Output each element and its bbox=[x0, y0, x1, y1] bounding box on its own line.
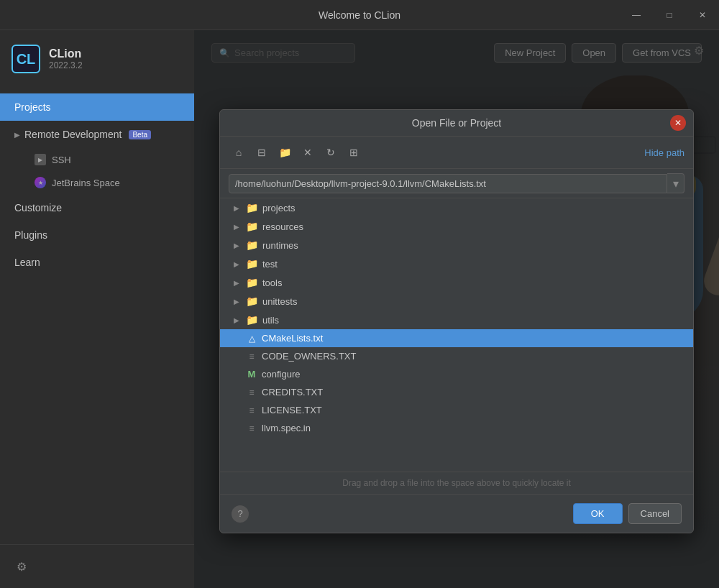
logo-text: CLion 2022.3.2 bbox=[49, 47, 83, 70]
logo-icon: CL bbox=[12, 45, 40, 73]
tree-item-label: runtimes bbox=[262, 240, 298, 251]
tree-item-test[interactable]: ▶ 📁 test bbox=[220, 254, 693, 273]
help-button[interactable]: ? bbox=[232, 505, 249, 523]
folder-icon: 📁 bbox=[246, 202, 258, 213]
tree-item-label: configure bbox=[262, 369, 300, 380]
cancel-button[interactable]: Cancel bbox=[628, 503, 682, 524]
expand-placeholder bbox=[232, 423, 242, 433]
tree-item-credits[interactable]: ≡ CREDITS.TXT bbox=[220, 383, 693, 401]
tree-item-llvm-spec[interactable]: ≡ llvm.spec.in bbox=[220, 419, 693, 437]
ok-button[interactable]: OK bbox=[573, 503, 623, 524]
file-icon: ≡ bbox=[246, 352, 257, 362]
main-area: 🔍 New Project Open Get from VCS ⚙ Open F… bbox=[194, 30, 719, 588]
tree-item-code-owners[interactable]: ≡ CODE_OWNERS.TXT bbox=[220, 347, 693, 365]
open-file-dialog: Open File or Project ✕ ⌂ ⊟ 📁 ✕ ↻ ⊞ Hide … bbox=[219, 109, 694, 533]
expand-placeholder bbox=[232, 405, 242, 415]
folder-icon: 📁 bbox=[246, 295, 258, 307]
folder-icon: 📁 bbox=[246, 239, 258, 251]
window-title: Welcome to CLion bbox=[319, 9, 400, 21]
tree-item-label: CREDITS.TXT bbox=[262, 387, 323, 398]
sidebar-nav: Projects ▶ Remote Development Beta ▶ SSH… bbox=[0, 88, 194, 544]
window-titlebar: Welcome to CLion — □ ✕ bbox=[0, 0, 719, 30]
footer-actions: OK Cancel bbox=[573, 503, 682, 524]
new-folder-button[interactable]: 📁 bbox=[275, 142, 295, 162]
dialog-toolbar: ⌂ ⊟ 📁 ✕ ↻ ⊞ Hide path bbox=[220, 137, 693, 169]
folder-icon: 📁 bbox=[246, 221, 258, 232]
tree-item-tools[interactable]: ▶ 📁 tools bbox=[220, 273, 693, 292]
tree-item-runtimes[interactable]: ▶ 📁 runtimes bbox=[220, 236, 693, 254]
folder-icon: 📁 bbox=[246, 277, 258, 288]
tree-item-label: resources bbox=[262, 221, 303, 232]
window-close-button[interactable]: ✕ bbox=[686, 0, 719, 30]
delete-button[interactable]: ✕ bbox=[298, 142, 318, 162]
hide-path-link[interactable]: Hide path bbox=[644, 147, 684, 158]
ssh-icon: ▶ bbox=[35, 154, 46, 165]
m-file-icon: M bbox=[246, 369, 257, 380]
maximize-button[interactable]: □ bbox=[653, 0, 686, 30]
file-icon: ≡ bbox=[246, 387, 257, 398]
tree-item-label: CMakeLists.txt bbox=[262, 333, 323, 344]
sidebar-item-projects[interactable]: Projects bbox=[0, 93, 194, 121]
tree-item-label: llvm.spec.in bbox=[262, 423, 311, 433]
dialog-overlay: Open File or Project ✕ ⌂ ⊟ 📁 ✕ ↻ ⊞ Hide … bbox=[194, 30, 719, 588]
sidebar-item-learn[interactable]: Learn bbox=[0, 249, 194, 276]
tree-item-label: unittests bbox=[262, 296, 297, 307]
file-icon: ≡ bbox=[246, 405, 257, 415]
file-icon: ≡ bbox=[246, 423, 257, 433]
expand-placeholder bbox=[232, 369, 242, 380]
tree-item-resources[interactable]: ▶ 📁 resources bbox=[220, 217, 693, 236]
dialog-footer: ? OK Cancel bbox=[220, 494, 693, 533]
expand-icon: ▶ bbox=[232, 315, 242, 325]
chevron-icon: ▶ bbox=[14, 131, 20, 139]
tree-item-label: CODE_OWNERS.TXT bbox=[262, 351, 356, 362]
sidebar-item-plugins[interactable]: Plugins bbox=[0, 221, 194, 249]
sidebar-item-remote-development[interactable]: ▶ Remote Development Beta bbox=[0, 121, 194, 148]
tree-item-utils[interactable]: ▶ 📁 utils bbox=[220, 311, 693, 329]
tree-item-projects[interactable]: ▶ 📁 projects bbox=[220, 198, 693, 217]
tree-item-label: utils bbox=[262, 315, 279, 326]
path-dropdown-button[interactable]: ▾ bbox=[667, 173, 684, 193]
jetbrains-icon: ★ bbox=[35, 177, 46, 188]
home-button[interactable]: ⌂ bbox=[229, 142, 249, 162]
expand-icon: ▶ bbox=[232, 277, 242, 288]
cmake-icon: △ bbox=[246, 334, 257, 344]
sidebar-item-customize[interactable]: Customize bbox=[0, 194, 194, 221]
expand-icon: ▶ bbox=[232, 240, 242, 250]
app-name: CLion bbox=[49, 47, 83, 60]
sidebar-settings-button[interactable]: ⚙ bbox=[12, 556, 32, 576]
file-tree[interactable]: ▶ 📁 projects ▶ 📁 resources ▶ 📁 runtimes … bbox=[220, 198, 693, 472]
tree-item-license[interactable]: ≡ LICENSE.TXT bbox=[220, 401, 693, 419]
path-bar: ▾ bbox=[220, 169, 693, 198]
minimize-button[interactable]: — bbox=[620, 0, 653, 30]
expand-placeholder bbox=[232, 334, 242, 344]
expand-icon: ▶ bbox=[232, 221, 242, 231]
path-input[interactable] bbox=[229, 174, 667, 193]
tree-item-unittests[interactable]: ▶ 📁 unittests bbox=[220, 292, 693, 311]
window-controls: — □ ✕ bbox=[620, 0, 719, 30]
expand-icon: ▶ bbox=[232, 259, 242, 269]
expand-placeholder bbox=[232, 387, 242, 398]
sidebar-item-ssh[interactable]: ▶ SSH bbox=[0, 148, 194, 171]
new-dir-button[interactable]: ⊞ bbox=[344, 142, 364, 162]
drag-hint: Drag and drop a file into the space abov… bbox=[220, 472, 693, 494]
expand-icon: ▶ bbox=[232, 203, 242, 213]
sidebar-item-jetbrains-space[interactable]: ★ JetBrains Space bbox=[0, 171, 194, 194]
sidebar: CL CLion 2022.3.2 Projects ▶ Remote Deve… bbox=[0, 30, 194, 588]
app-logo: CL CLion 2022.3.2 bbox=[0, 30, 194, 88]
tree-item-configure[interactable]: M configure bbox=[220, 365, 693, 383]
sidebar-bottom: ⚙ bbox=[0, 544, 194, 588]
tree-item-label: test bbox=[262, 259, 278, 270]
dialog-close-button[interactable]: ✕ bbox=[670, 115, 686, 131]
desktop-button[interactable]: ⊟ bbox=[252, 142, 272, 162]
beta-badge: Beta bbox=[129, 130, 151, 139]
tree-item-cmakelists[interactable]: △ CMakeLists.txt bbox=[220, 329, 693, 347]
folder-icon: 📁 bbox=[246, 258, 258, 270]
folder-icon: 📁 bbox=[246, 314, 258, 326]
dialog-title: Open File or Project bbox=[412, 117, 502, 129]
tree-item-label: tools bbox=[262, 277, 282, 288]
tree-item-label: LICENSE.TXT bbox=[262, 405, 322, 415]
dialog-header: Open File or Project ✕ bbox=[220, 110, 693, 137]
expand-placeholder bbox=[232, 352, 242, 362]
refresh-button[interactable]: ↻ bbox=[321, 142, 341, 162]
tree-item-label: projects bbox=[262, 203, 296, 213]
